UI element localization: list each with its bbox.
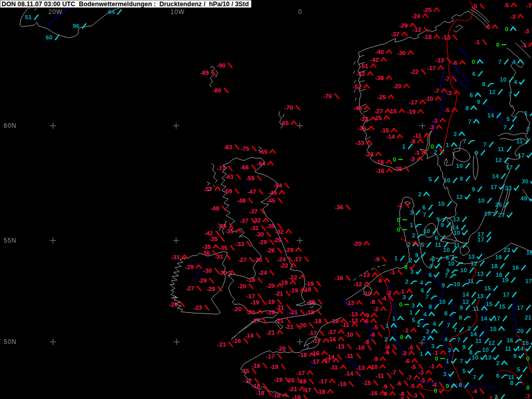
svg-text:10: 10 <box>438 201 445 207</box>
svg-text:-30: -30 <box>203 268 212 274</box>
svg-text:9: 9 <box>442 282 445 288</box>
svg-text:-14: -14 <box>386 134 395 140</box>
svg-text:-27: -27 <box>238 257 247 263</box>
svg-text:-5: -5 <box>399 396 405 399</box>
svg-text:-21: -21 <box>288 386 297 392</box>
svg-text:11: 11 <box>475 338 482 344</box>
svg-text:4: 4 <box>512 59 516 65</box>
svg-text:9: 9 <box>462 344 466 350</box>
svg-text:17: 17 <box>517 304 524 311</box>
svg-text:3: 3 <box>448 347 451 353</box>
svg-text:-23: -23 <box>193 304 202 311</box>
svg-text:-17: -17 <box>312 338 321 344</box>
svg-text:8: 8 <box>429 303 432 310</box>
svg-text:-26: -26 <box>266 247 275 254</box>
svg-text:-35: -35 <box>219 245 228 251</box>
svg-text:0: 0 <box>404 264 407 270</box>
svg-text:-29: -29 <box>185 264 194 270</box>
svg-text:-5: -5 <box>373 324 378 330</box>
svg-text:4: 4 <box>420 280 423 286</box>
svg-text:-57: -57 <box>204 186 212 192</box>
svg-text:17: 17 <box>506 164 513 170</box>
svg-text:3: 3 <box>411 302 415 309</box>
svg-text:-48: -48 <box>237 197 246 204</box>
svg-text:-18: -18 <box>330 318 339 324</box>
svg-text:12: 12 <box>495 157 502 163</box>
svg-text:-17: -17 <box>302 387 311 393</box>
svg-text:0: 0 <box>397 227 400 233</box>
svg-text:-3: -3 <box>524 28 529 34</box>
svg-text:-20: -20 <box>277 345 286 352</box>
svg-text:2: 2 <box>409 257 412 263</box>
svg-text:10: 10 <box>500 76 507 83</box>
svg-text:7: 7 <box>527 126 530 132</box>
svg-text:-16: -16 <box>232 338 241 344</box>
svg-text:11: 11 <box>516 138 523 144</box>
svg-text:-1: -1 <box>521 42 527 48</box>
svg-text:5: 5 <box>462 368 466 374</box>
svg-text:-15: -15 <box>388 108 397 114</box>
svg-text:-5: -5 <box>472 3 477 9</box>
svg-text:0: 0 <box>400 334 403 340</box>
svg-text:-18: -18 <box>298 378 307 384</box>
svg-text:-75: -75 <box>241 145 249 152</box>
svg-text:-32: -32 <box>275 229 284 235</box>
svg-text:2: 2 <box>405 278 408 285</box>
svg-text:10: 10 <box>482 347 489 353</box>
svg-text:7: 7 <box>509 91 512 97</box>
svg-text:4: 4 <box>423 311 427 317</box>
svg-text:1: 1 <box>409 309 413 315</box>
svg-text:6: 6 <box>422 204 425 210</box>
svg-text:-6: -6 <box>452 60 457 66</box>
svg-text:-65: -65 <box>280 120 289 126</box>
svg-text:-20: -20 <box>266 283 275 289</box>
svg-text:3: 3 <box>410 209 413 216</box>
svg-text:5: 5 <box>517 366 521 373</box>
svg-text:12: 12 <box>471 260 477 267</box>
svg-text:-65: -65 <box>259 149 268 155</box>
svg-text:-18: -18 <box>423 34 432 40</box>
svg-text:1: 1 <box>410 222 414 228</box>
svg-text:17: 17 <box>525 278 532 284</box>
svg-text:7: 7 <box>460 358 463 364</box>
svg-text:-29: -29 <box>399 22 408 29</box>
svg-text:11: 11 <box>454 242 460 248</box>
svg-text:7: 7 <box>425 294 429 300</box>
svg-text:0: 0 <box>446 383 449 389</box>
svg-text:33: 33 <box>505 185 512 191</box>
svg-text:-5: -5 <box>444 107 450 113</box>
svg-text:10: 10 <box>454 281 460 287</box>
svg-text:-49: -49 <box>268 190 277 196</box>
svg-text:-18: -18 <box>256 390 264 396</box>
svg-text:-17: -17 <box>246 293 255 299</box>
svg-text:-22: -22 <box>288 274 297 281</box>
svg-text:-13: -13 <box>435 57 444 63</box>
svg-text:0: 0 <box>435 355 438 362</box>
svg-text:-7: -7 <box>444 76 449 82</box>
svg-text:-30: -30 <box>218 270 227 276</box>
svg-text:9: 9 <box>436 216 440 222</box>
svg-text:-3: -3 <box>414 150 419 156</box>
svg-text:-17: -17 <box>296 370 305 376</box>
svg-text:-3: -3 <box>409 156 415 162</box>
svg-text:25: 25 <box>495 202 502 208</box>
svg-text:-38: -38 <box>375 75 384 81</box>
svg-text:-16: -16 <box>251 363 260 369</box>
svg-text:-27: -27 <box>374 108 383 114</box>
svg-text:-9: -9 <box>382 383 387 390</box>
svg-text:-20: -20 <box>298 322 307 328</box>
svg-text:10: 10 <box>472 354 478 361</box>
svg-text:6: 6 <box>472 71 475 77</box>
svg-text:-19: -19 <box>270 364 278 370</box>
svg-text:-6: -6 <box>363 318 368 324</box>
svg-text:-4: -4 <box>381 295 387 301</box>
svg-text:-3: -3 <box>510 14 515 20</box>
svg-text:-29: -29 <box>258 239 267 245</box>
svg-text:12: 12 <box>456 194 463 200</box>
svg-text:8: 8 <box>510 380 514 386</box>
svg-text:-4: -4 <box>472 388 477 394</box>
svg-text:6: 6 <box>432 256 435 262</box>
svg-text:-20: -20 <box>353 241 362 247</box>
svg-text:-18: -18 <box>272 392 281 398</box>
svg-text:-89: -89 <box>200 70 209 76</box>
